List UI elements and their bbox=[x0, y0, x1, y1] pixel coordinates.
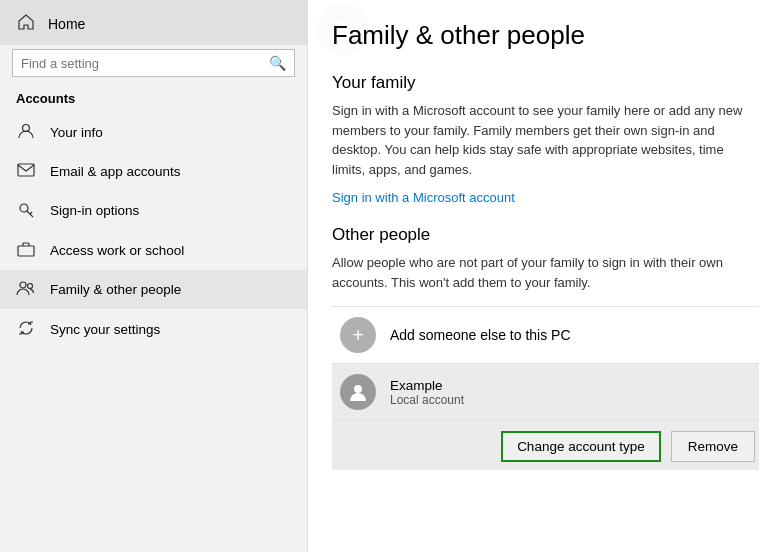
sidebar-item-family[interactable]: Family & other people bbox=[0, 270, 307, 309]
home-label: Home bbox=[48, 16, 85, 32]
svg-point-5 bbox=[28, 284, 33, 289]
svg-point-4 bbox=[20, 282, 26, 288]
svg-rect-3 bbox=[18, 246, 34, 256]
svg-rect-1 bbox=[18, 164, 34, 176]
avatar bbox=[340, 374, 376, 410]
your-family-heading: Your family bbox=[332, 73, 759, 93]
other-people-description: Allow people who are not part of your fa… bbox=[332, 253, 752, 292]
sidebar-item-your-info[interactable]: Your info bbox=[0, 112, 307, 153]
sidebar-item-sign-in[interactable]: Sign-in options bbox=[0, 190, 307, 231]
key-icon bbox=[16, 200, 36, 221]
person-info: Example Local account bbox=[390, 378, 751, 407]
sidebar: Home 🔍 Accounts Your info Email & app ac… bbox=[0, 0, 308, 552]
sidebar-item-label: Your info bbox=[50, 125, 103, 140]
sign-in-microsoft-link[interactable]: Sign in with a Microsoft account bbox=[332, 190, 515, 205]
remove-button[interactable]: Remove bbox=[671, 431, 755, 462]
person-row[interactable]: Example Local account bbox=[332, 363, 759, 420]
search-box[interactable]: 🔍 bbox=[12, 49, 295, 77]
sidebar-home-button[interactable]: Home bbox=[0, 0, 307, 45]
sidebar-item-label: Email & app accounts bbox=[50, 164, 181, 179]
actions-row: Change account type Remove bbox=[332, 420, 759, 470]
page-title: Family & other people bbox=[332, 20, 759, 51]
sidebar-item-sync[interactable]: Sync your settings bbox=[0, 309, 307, 350]
sidebar-item-label: Sign-in options bbox=[50, 203, 139, 218]
family-icon bbox=[16, 280, 36, 299]
sync-icon bbox=[16, 319, 36, 340]
home-icon bbox=[16, 14, 36, 33]
search-icon: 🔍 bbox=[269, 55, 286, 71]
person-icon bbox=[16, 122, 36, 143]
change-account-type-button[interactable]: Change account type bbox=[501, 431, 661, 462]
person-type: Local account bbox=[390, 393, 751, 407]
person-name: Example bbox=[390, 378, 751, 393]
briefcase-icon bbox=[16, 241, 36, 260]
plus-icon: + bbox=[340, 317, 376, 353]
email-icon bbox=[16, 163, 36, 180]
add-person-label: Add someone else to this PC bbox=[390, 327, 571, 343]
sidebar-item-work-school[interactable]: Access work or school bbox=[0, 231, 307, 270]
svg-point-8 bbox=[354, 385, 362, 393]
sidebar-item-label: Sync your settings bbox=[50, 322, 160, 337]
sidebar-item-label: Family & other people bbox=[50, 282, 181, 297]
search-input[interactable] bbox=[21, 56, 269, 71]
your-family-description: Sign in with a Microsoft account to see … bbox=[332, 101, 752, 179]
add-person-row[interactable]: + Add someone else to this PC bbox=[332, 306, 759, 363]
sidebar-item-label: Access work or school bbox=[50, 243, 184, 258]
sidebar-item-email[interactable]: Email & app accounts bbox=[0, 153, 307, 190]
section-divider: Other people Allow people who are not pa… bbox=[332, 225, 759, 292]
main-content: A Family & other people Your family Sign… bbox=[308, 0, 783, 552]
accounts-section-title: Accounts bbox=[0, 87, 307, 112]
svg-point-2 bbox=[20, 204, 28, 212]
other-people-heading: Other people bbox=[332, 225, 759, 245]
